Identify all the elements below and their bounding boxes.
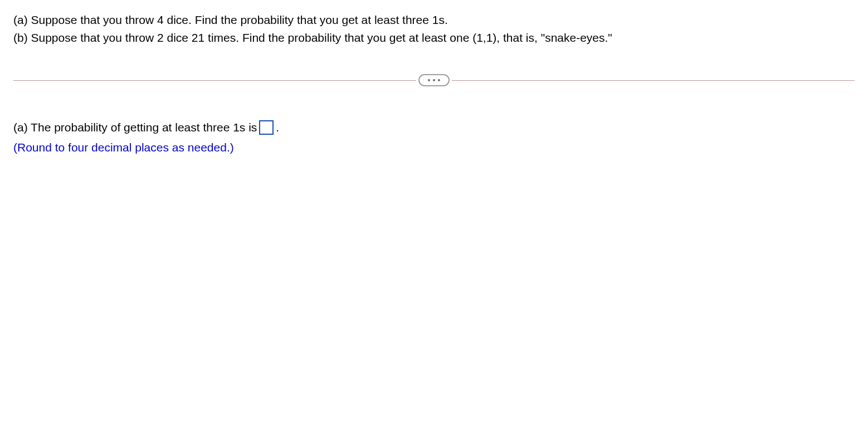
divider-line-left xyxy=(13,80,416,81)
answer-suffix: . xyxy=(276,117,279,138)
more-options-button[interactable] xyxy=(418,74,450,86)
rounding-hint: (Round to four decimal places as needed.… xyxy=(13,138,855,158)
answer-input[interactable] xyxy=(259,120,274,135)
answer-prefix: (a) The probability of getting at least … xyxy=(13,117,257,138)
ellipsis-icon xyxy=(433,79,435,81)
divider-row xyxy=(13,74,855,86)
ellipsis-icon xyxy=(438,79,440,81)
question-part-a: (a) Suppose that you throw 4 dice. Find … xyxy=(13,11,855,29)
divider-line-right xyxy=(452,80,855,81)
ellipsis-icon xyxy=(428,79,430,81)
answer-line: (a) The probability of getting at least … xyxy=(13,117,855,138)
answer-block: (a) The probability of getting at least … xyxy=(13,117,855,157)
question-block: (a) Suppose that you throw 4 dice. Find … xyxy=(13,11,855,46)
question-part-b: (b) Suppose that you throw 2 dice 21 tim… xyxy=(13,29,855,47)
